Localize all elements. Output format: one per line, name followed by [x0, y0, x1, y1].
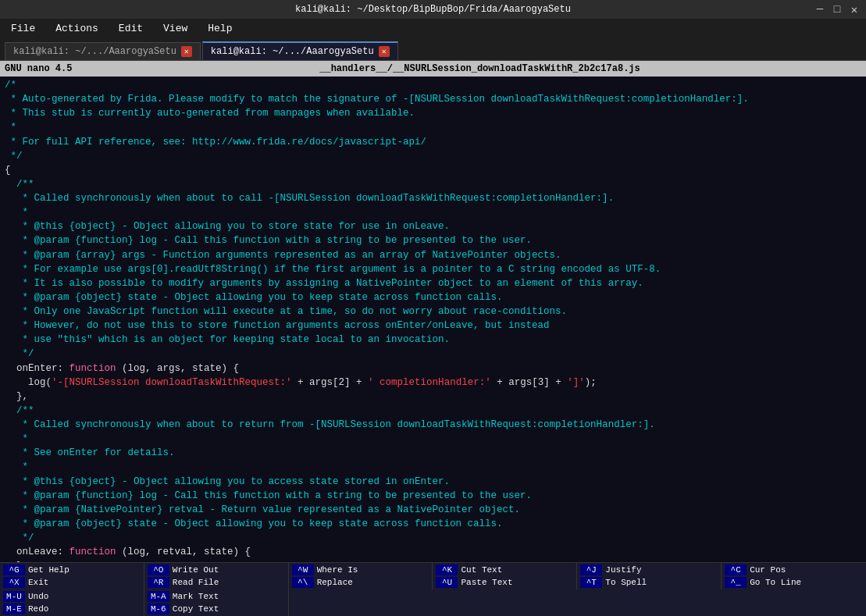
titlebar-buttons[interactable]: ─ □ ✕	[813, 3, 861, 16]
shortcut-write: ^O Write Out ^R Read File	[144, 563, 289, 589]
menu-edit[interactable]: Edit	[116, 22, 146, 35]
shortcut-pair-cut: ^K Cut Text ^U Paste Text	[436, 564, 512, 588]
shortcut-pair-find: ^W Where Is ^\ Replace	[292, 564, 358, 588]
key-curpos[interactable]: ^C	[725, 564, 747, 575]
shortcut-row-gotoline: ^_ Go To Line	[725, 577, 801, 588]
shortcut-mark: M-A Mark Text M-6 Copy Text	[144, 589, 289, 616]
shortcut-row-pastetext: ^U Paste Text	[436, 577, 512, 588]
shortcuts-bar: ^G Get Help ^X Exit ^O Write Out ^R Read…	[0, 562, 866, 616]
label-exit: Exit	[28, 578, 48, 587]
shortcut-row-writeout: ^O Write Out	[148, 564, 219, 575]
shortcut-curpos: ^C Cur Pos ^_ Go To Line	[722, 563, 866, 589]
menu-help[interactable]: Help	[205, 22, 235, 35]
shortcut-justify: ^J Justify ^T To Spell	[577, 563, 722, 589]
key-readfile[interactable]: ^R	[148, 577, 169, 588]
shortcut-row-readfile: ^R Read File	[148, 577, 219, 588]
key-pastetext[interactable]: ^U	[436, 577, 458, 588]
shortcut-row-tospell: ^T To Spell	[580, 577, 647, 588]
key-replace[interactable]: ^\	[292, 577, 314, 588]
label-curpos: Cur Pos	[750, 565, 786, 575]
shortcut-pair-write: ^O Write Out ^R Read File	[148, 564, 219, 588]
shortcut-row-redo: M-E Redo	[3, 604, 48, 614]
maximize-button[interactable]: □	[830, 3, 844, 16]
titlebar: kali@kali: ~/Desktop/BipBupBop/Frida/Aaa…	[0, 0, 866, 19]
titlebar-title: kali@kali: ~/Desktop/BipBupBop/Frida/Aaa…	[295, 4, 571, 15]
label-gotoline: Go To Line	[750, 578, 801, 587]
nano-version: GNU nano 4.5	[5, 63, 98, 74]
key-cuttext[interactable]: ^K	[436, 564, 458, 575]
label-replace: Replace	[317, 578, 353, 587]
editor[interactable]: /* * Auto-generated by Frida. Please mod…	[0, 77, 866, 562]
label-redo: Redo	[28, 604, 48, 614]
key-tospell[interactable]: ^T	[580, 577, 602, 588]
key-gotoline[interactable]: ^_	[725, 577, 747, 588]
shortcut-pair-curpos: ^C Cur Pos ^_ Go To Line	[725, 564, 801, 588]
menu-file[interactable]: File	[8, 22, 38, 35]
label-writeout: Write Out	[173, 565, 219, 575]
minimize-button[interactable]: ─	[813, 3, 827, 16]
key-redo[interactable]: M-E	[3, 604, 25, 614]
key-exit[interactable]: ^X	[3, 577, 25, 588]
key-justify[interactable]: ^J	[580, 564, 602, 575]
shortcut-row-justify: ^J Justify	[580, 564, 647, 575]
key-marktext[interactable]: M-A	[148, 591, 169, 602]
label-gethelp: Get Help	[28, 565, 69, 575]
key-gethelp[interactable]: ^G	[3, 564, 25, 575]
shortcut-pair-mark: M-A Mark Text M-6 Copy Text	[148, 591, 219, 614]
menubar: File Actions Edit View Help	[0, 19, 866, 37]
shortcut-row-gethelp: ^G Get Help	[3, 564, 69, 575]
shortcut-cut: ^K Cut Text ^U Paste Text	[433, 563, 577, 589]
close-button[interactable]: ✕	[847, 3, 861, 16]
shortcut-undo: M-U Undo M-E Redo	[0, 589, 144, 616]
tab-1-label: kali@kali: ~/.../AaarogyaSetu	[13, 46, 176, 57]
label-copytext: Copy Text	[173, 604, 219, 614]
shortcut-row-replace: ^\ Replace	[292, 577, 358, 588]
label-readfile: Read File	[173, 578, 219, 587]
label-pastetext: Paste Text	[461, 578, 512, 587]
shortcut-row-copytext: M-6 Copy Text	[148, 604, 219, 614]
shortcut-row-cuttext: ^K Cut Text	[436, 564, 512, 575]
key-writeout[interactable]: ^O	[148, 564, 169, 575]
key-copytext[interactable]: M-6	[148, 604, 169, 614]
shortcut-pair-undo: M-U Undo M-E Redo	[3, 591, 48, 614]
shortcut-row-whereis: ^W Where Is	[292, 564, 358, 575]
shortcut-help: ^G Get Help ^X Exit	[0, 563, 144, 589]
tab-1[interactable]: kali@kali: ~/.../AaarogyaSetu ✕	[5, 42, 201, 60]
label-cuttext: Cut Text	[461, 565, 502, 575]
label-marktext: Mark Text	[173, 592, 219, 601]
nano-status: GNU nano 4.5 __handlers__/__NSURLSession…	[0, 61, 866, 77]
shortcut-row-marktext: M-A Mark Text	[148, 591, 219, 602]
nano-filename: __handlers__/__NSURLSession_downloadTask…	[98, 63, 861, 74]
tabsbar: kali@kali: ~/.../AaarogyaSetu ✕ kali@kal…	[0, 37, 866, 61]
label-tospell: To Spell	[605, 578, 647, 587]
shortcut-pair-help: ^G Get Help ^X Exit	[3, 564, 69, 588]
tab-2-label: kali@kali: ~/.../AaarogyaSetu	[211, 46, 374, 57]
menu-view[interactable]: View	[160, 22, 191, 35]
tab-2-close[interactable]: ✕	[379, 46, 390, 57]
shortcut-pair-justify: ^J Justify ^T To Spell	[580, 564, 647, 588]
shortcut-find: ^W Where Is ^\ Replace	[289, 563, 433, 589]
label-undo: Undo	[28, 592, 48, 601]
tab-1-close[interactable]: ✕	[181, 46, 192, 57]
label-justify: Justify	[605, 565, 641, 575]
shortcut-row-exit: ^X Exit	[3, 577, 69, 588]
key-whereis[interactable]: ^W	[292, 564, 314, 575]
tab-2[interactable]: kali@kali: ~/.../AaarogyaSetu ✕	[202, 41, 398, 60]
menu-actions[interactable]: Actions	[52, 22, 102, 35]
shortcut-row-curpos: ^C Cur Pos	[725, 564, 801, 575]
shortcut-row-undo: M-U Undo	[3, 591, 48, 602]
key-undo[interactable]: M-U	[3, 591, 25, 602]
label-whereis: Where Is	[317, 565, 358, 575]
